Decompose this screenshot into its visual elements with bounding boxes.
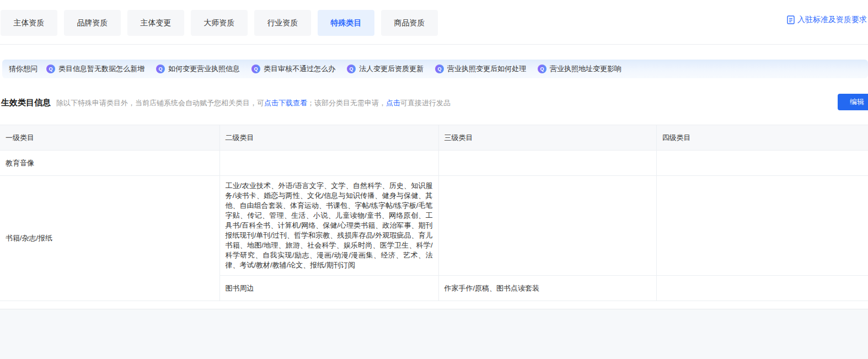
entry-standards-link[interactable]: 入驻标准及资质要求 bbox=[787, 15, 867, 25]
question-icon: Q bbox=[251, 65, 260, 73]
page-footer-background bbox=[0, 309, 868, 359]
column-header-level3: 三级类目 bbox=[438, 125, 656, 151]
faq-question-label: 营业执照变更后如何处理 bbox=[447, 64, 526, 74]
faq-question[interactable]: Q 营业执照地址变更影响 bbox=[538, 64, 621, 74]
cell-level4 bbox=[656, 176, 868, 276]
faq-question-label: 营业执照地址变更影响 bbox=[550, 64, 621, 74]
tab-label: 商品资质 bbox=[394, 18, 425, 28]
question-icon: Q bbox=[347, 65, 356, 73]
desc-text: ；该部分类目无需申请， bbox=[307, 99, 386, 107]
question-icon: Q bbox=[538, 65, 546, 73]
column-header-level2: 二级类目 bbox=[219, 125, 438, 151]
table-row: 书籍/杂志/报纸 工业/农业技术、外语/语言文字、文学、自然科学、历史、知识服务… bbox=[0, 176, 868, 276]
qualification-tabbar: 主体资质 品牌资质 主体变更 大师资质 行业资质 特殊类目 商品资质 bbox=[1, 10, 438, 36]
question-icon: Q bbox=[435, 65, 444, 73]
tab-product-qualification[interactable]: 商品资质 bbox=[381, 10, 438, 36]
tab-subject-change[interactable]: 主体变更 bbox=[127, 10, 184, 36]
faq-question-label: 法人变更后资质更新 bbox=[359, 64, 424, 74]
faq-question-label: 如何变更营业执照信息 bbox=[168, 64, 240, 74]
tab-brand-qualification[interactable]: 品牌资质 bbox=[64, 10, 121, 36]
cell-level3: 作家手作/原稿、图书点读套装 bbox=[438, 276, 656, 301]
faq-banner: 猜你想问 Q 类目信息暂无数据怎么新增 Q 如何变更营业执照信息 Q 类目审核不… bbox=[2, 60, 868, 78]
tab-label: 主体资质 bbox=[14, 18, 45, 28]
desc-text: 可直接进行发品 bbox=[400, 99, 451, 107]
effective-category-section-header: 生效类目信息 除以下特殊申请类目外，当前店铺系统会自动赋予您相关类目，可点击下载… bbox=[1, 98, 451, 108]
effective-category-table: 一级类目 二级类目 三级类目 四级类目 教育音像 书籍/杂志/报纸 工业/农业技… bbox=[0, 125, 868, 301]
special-category-page: 主体资质 品牌资质 主体变更 大师资质 行业资质 特殊类目 商品资质 入驻标准及… bbox=[0, 0, 868, 359]
header-divider bbox=[0, 44, 868, 45]
cell-level4 bbox=[656, 151, 868, 176]
faq-question[interactable]: Q 营业执照变更后如何处理 bbox=[435, 64, 526, 74]
tab-subject-qualification[interactable]: 主体资质 bbox=[1, 10, 57, 36]
table-header-row: 一级类目 二级类目 三级类目 四级类目 bbox=[0, 125, 868, 151]
table-row: 教育音像 bbox=[0, 151, 868, 176]
cell-level3 bbox=[438, 151, 656, 176]
question-icon: Q bbox=[46, 65, 55, 73]
tab-label: 特殊类目 bbox=[331, 18, 362, 28]
faq-question[interactable]: Q 类目审核不通过怎么办 bbox=[251, 64, 335, 74]
tab-label: 行业资质 bbox=[267, 18, 298, 28]
tab-master-qualification[interactable]: 大师资质 bbox=[191, 10, 248, 36]
publish-click-link[interactable]: 点击 bbox=[386, 99, 400, 107]
document-icon bbox=[787, 15, 795, 24]
cell-level1: 教育音像 bbox=[0, 151, 219, 176]
cell-level2: 图书周边 bbox=[219, 276, 438, 301]
cell-level1: 书籍/杂志/报纸 bbox=[0, 176, 219, 301]
section-title: 生效类目信息 bbox=[1, 98, 51, 108]
entry-standards-label: 入驻标准及资质要求 bbox=[797, 15, 867, 25]
tab-special-category[interactable]: 特殊类目 bbox=[318, 10, 374, 36]
question-icon: Q bbox=[156, 65, 165, 73]
faq-question[interactable]: Q 如何变更营业执照信息 bbox=[156, 64, 240, 74]
edit-button[interactable]: 编辑 bbox=[838, 94, 868, 110]
tab-label: 大师资质 bbox=[204, 18, 235, 28]
section-description: 除以下特殊申请类目外，当前店铺系统会自动赋予您相关类目，可点击下载查看；该部分类… bbox=[56, 98, 451, 108]
cell-level4 bbox=[656, 276, 868, 301]
faq-question-label: 类目信息暂无数据怎么新增 bbox=[58, 64, 144, 74]
column-header-level4: 四级类目 bbox=[656, 125, 868, 151]
tab-label: 品牌资质 bbox=[77, 18, 108, 28]
cell-level3 bbox=[438, 176, 656, 276]
tab-label: 主体变更 bbox=[141, 18, 172, 28]
faq-question-label: 类目审核不通过怎么办 bbox=[264, 64, 335, 74]
download-view-link[interactable]: 点击下载查看 bbox=[264, 99, 307, 107]
cell-level2: 工业/农业技术、外语/语言文字、文学、自然科学、历史、知识服务/读书卡、婚恋与两… bbox=[219, 176, 438, 276]
faq-question[interactable]: Q 法人变更后资质更新 bbox=[347, 64, 424, 74]
faq-question[interactable]: Q 类目信息暂无数据怎么新增 bbox=[46, 64, 144, 74]
column-header-level1: 一级类目 bbox=[0, 125, 219, 151]
desc-text: 除以下特殊申请类目外，当前店铺系统会自动赋予您相关类目，可 bbox=[56, 99, 264, 107]
tab-industry-qualification[interactable]: 行业资质 bbox=[254, 10, 311, 36]
cell-level2 bbox=[219, 151, 438, 176]
faq-title: 猜你想问 bbox=[9, 64, 37, 74]
